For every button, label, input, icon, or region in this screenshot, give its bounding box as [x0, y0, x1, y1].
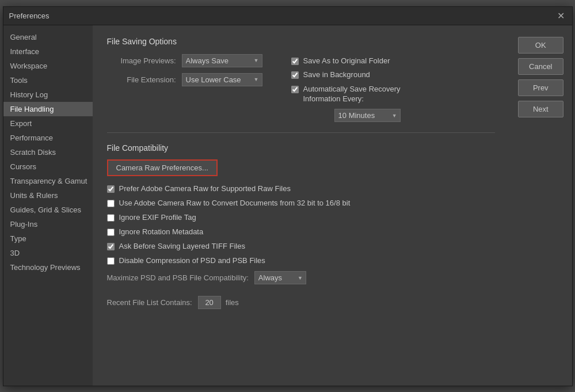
- sidebar-item-technology-previews[interactable]: Technology Previews: [3, 260, 93, 275]
- sidebar-item-general[interactable]: General: [3, 30, 93, 44]
- auto-save-row: Automatically Save RecoveryInformation E…: [280, 85, 401, 104]
- sidebar-item-performance[interactable]: Performance: [3, 131, 93, 145]
- cancel-button[interactable]: Cancel: [518, 58, 563, 75]
- file-extension-select[interactable]: Use Lower Case Use Upper Case: [182, 73, 262, 86]
- prefer-adobe-raw-checkbox[interactable]: [107, 185, 115, 193]
- minutes-select-wrapper[interactable]: 10 Minutes 1 Minute 5 Minutes 15 Minutes…: [334, 109, 401, 122]
- use-adobe-raw-convert-checkbox[interactable]: [107, 200, 115, 207]
- ask-before-tiff-checkbox[interactable]: [107, 243, 115, 250]
- file-compat-title: File Compatibility: [107, 143, 496, 153]
- dialog-title: Preferences: [9, 12, 49, 20]
- disable-compression-row: Disable Compression of PSD and PSB Files: [107, 256, 496, 266]
- prev-button[interactable]: Prev: [518, 79, 563, 96]
- camera-raw-preferences-button[interactable]: Camera Raw Preferences...: [107, 159, 218, 176]
- sidebar-item-guides-grid-slices[interactable]: Guides, Grid & Slices: [3, 203, 93, 217]
- action-buttons: OK Cancel Prev Next: [509, 25, 572, 386]
- sidebar-item-tools[interactable]: Tools: [3, 73, 93, 87]
- sidebar-item-cursors[interactable]: Cursors: [3, 159, 93, 174]
- image-previews-row: Image Previews: Always Save Never Save A…: [107, 54, 262, 67]
- main-content: File Saving Options Image Previews: Alwa…: [93, 25, 510, 386]
- image-previews-label: Image Previews:: [107, 56, 182, 65]
- sidebar-item-3d[interactable]: 3D: [3, 246, 93, 260]
- disable-compression-label: Disable Compression of PSD and PSB Files: [119, 256, 265, 266]
- maximize-row: Maximize PSD and PSB File Compatibility:…: [107, 271, 496, 284]
- auto-save-checkbox[interactable]: [291, 86, 299, 93]
- maximize-label: Maximize PSD and PSB File Compatibility:: [107, 273, 249, 282]
- ignore-exif-row: Ignore EXIF Profile Tag: [107, 213, 496, 223]
- file-extension-row: File Extension: Use Lower Case Use Upper…: [107, 73, 262, 86]
- sidebar-item-export[interactable]: Export: [3, 116, 93, 131]
- file-saving-title: File Saving Options: [107, 37, 496, 46]
- ignore-rotation-label: Ignore Rotation Metadata: [119, 227, 204, 237]
- ok-button[interactable]: OK: [518, 37, 563, 54]
- ask-before-tiff-row: Ask Before Saving Layered TIFF Files: [107, 242, 496, 252]
- files-label: files: [226, 298, 239, 307]
- recent-list-label: Recent File List Contains:: [107, 298, 192, 307]
- sidebar-item-type[interactable]: Type: [3, 231, 93, 246]
- ignore-exif-label: Ignore EXIF Profile Tag: [119, 213, 196, 223]
- divider: [107, 132, 496, 133]
- recent-list-input[interactable]: [198, 296, 221, 309]
- disable-compression-checkbox[interactable]: [107, 257, 115, 265]
- recent-row: Recent File List Contains: files: [107, 296, 496, 309]
- prefer-adobe-raw-row: Prefer Adobe Camera Raw for Supported Ra…: [107, 184, 496, 194]
- image-previews-select-wrapper[interactable]: Always Save Never Save Ask When Saving: [182, 54, 262, 67]
- sidebar: GeneralInterfaceWorkspaceToolsHistory Lo…: [3, 25, 93, 386]
- ignore-exif-checkbox[interactable]: [107, 214, 115, 222]
- save-as-original-row: Save As to Original Folder: [280, 56, 401, 66]
- save-as-original-checkbox[interactable]: [291, 58, 299, 65]
- prefer-adobe-raw-label: Prefer Adobe Camera Raw for Supported Ra…: [119, 184, 291, 194]
- sidebar-item-file-handling[interactable]: File Handling: [3, 102, 93, 116]
- use-adobe-raw-convert-row: Use Adobe Camera Raw to Convert Document…: [107, 199, 496, 208]
- use-adobe-raw-convert-label: Use Adobe Camera Raw to Convert Document…: [119, 199, 351, 208]
- dialog-body: GeneralInterfaceWorkspaceToolsHistory Lo…: [3, 25, 572, 386]
- next-button[interactable]: Next: [518, 101, 563, 117]
- minutes-select[interactable]: 10 Minutes 1 Minute 5 Minutes 15 Minutes…: [334, 109, 401, 122]
- ignore-rotation-checkbox[interactable]: [107, 229, 115, 236]
- title-bar: Preferences ✕: [3, 7, 572, 25]
- sidebar-item-interface[interactable]: Interface: [3, 44, 93, 59]
- ask-before-tiff-label: Ask Before Saving Layered TIFF Files: [119, 242, 245, 252]
- file-extension-select-wrapper[interactable]: Use Lower Case Use Upper Case: [182, 73, 262, 86]
- file-extension-label: File Extension:: [107, 75, 182, 84]
- save-in-background-label: Save in Background: [303, 70, 370, 80]
- ignore-rotation-row: Ignore Rotation Metadata: [107, 227, 496, 237]
- image-previews-select[interactable]: Always Save Never Save Ask When Saving: [182, 54, 262, 67]
- sidebar-item-history-log[interactable]: History Log: [3, 87, 93, 102]
- maximize-select[interactable]: Always Never Ask: [254, 271, 306, 284]
- sidebar-item-transparency-gamut[interactable]: Transparency & Gamut: [3, 174, 93, 188]
- maximize-select-wrapper[interactable]: Always Never Ask: [254, 271, 306, 284]
- left-forms: Image Previews: Always Save Never Save A…: [107, 54, 262, 123]
- sidebar-item-scratch-disks[interactable]: Scratch Disks: [3, 145, 93, 159]
- save-in-background-row: Save in Background: [280, 70, 401, 80]
- sidebar-item-plug-ins[interactable]: Plug-Ins: [3, 217, 93, 231]
- right-checkboxes: Save As to Original Folder Save in Backg…: [280, 54, 401, 123]
- close-button[interactable]: ✕: [556, 10, 566, 21]
- sidebar-item-units-rulers[interactable]: Units & Rulers: [3, 188, 93, 203]
- compat-checkboxes: Prefer Adobe Camera Raw for Supported Ra…: [107, 184, 496, 265]
- save-as-original-label: Save As to Original Folder: [303, 56, 390, 66]
- sidebar-item-workspace[interactable]: Workspace: [3, 59, 93, 73]
- preferences-dialog: Preferences ✕ GeneralInterfaceWorkspaceT…: [3, 6, 573, 386]
- auto-save-label: Automatically Save RecoveryInformation E…: [303, 85, 401, 104]
- save-in-background-checkbox[interactable]: [291, 71, 299, 79]
